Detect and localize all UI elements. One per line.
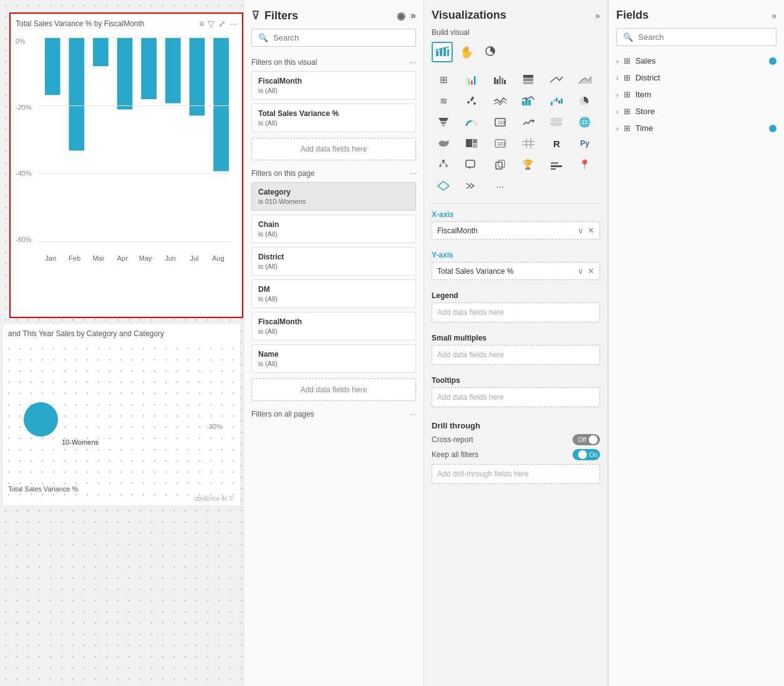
drillthrough-empty-field[interactable]: Add drill-through fields here bbox=[432, 464, 600, 484]
filters-on-page-label: Filters on this page ··· bbox=[244, 164, 423, 180]
viz-icon-grid: ⊞ 📊 ≋ bbox=[424, 67, 607, 201]
page-more-icon[interactable]: ··· bbox=[410, 169, 416, 178]
viz-cell-waterfall[interactable] bbox=[544, 91, 568, 111]
keep-all-filters-toggle[interactable]: On bbox=[573, 449, 600, 460]
copyright-label: obviEnce llc © bbox=[194, 495, 234, 502]
viz-cell-r-visual[interactable]: R bbox=[544, 133, 568, 153]
build-visual-label: Build visual bbox=[424, 26, 607, 42]
viz-cell-gauge[interactable] bbox=[460, 112, 483, 132]
x-label-may: May· bbox=[137, 254, 157, 262]
chart-header: Total Sales Variance % by FiscalMonth ≡ … bbox=[16, 19, 237, 29]
cross-report-toggle[interactable]: Off bbox=[573, 434, 600, 445]
viz-cell-more[interactable]: ··· bbox=[488, 176, 512, 196]
viz-cell-scatter[interactable] bbox=[460, 91, 483, 111]
viz-cell-shape-map[interactable] bbox=[432, 133, 455, 153]
svg-rect-52 bbox=[498, 160, 505, 167]
x-axis-chevron-down-icon[interactable]: ∨ bbox=[578, 226, 584, 235]
field-group-time[interactable]: › ⊞ Time bbox=[609, 120, 784, 137]
grid-line-33 bbox=[38, 105, 231, 106]
filter-item-name[interactable]: Name is (All) bbox=[251, 344, 416, 373]
table-icon-store: ⊞ bbox=[624, 107, 631, 116]
legend-empty-field[interactable]: Add data fields here bbox=[432, 302, 600, 322]
viz-type-hand[interactable]: ✋ bbox=[457, 42, 477, 62]
viz-cell-trophy[interactable]: 🏆 bbox=[516, 155, 540, 175]
eye-icon[interactable]: ◉ bbox=[397, 10, 405, 22]
tooltips-empty-field[interactable]: Add data fields here bbox=[432, 387, 600, 407]
filter-item-dm[interactable]: DM is (All) bbox=[251, 279, 416, 308]
bubble-chart-visual: and This Year Sales by Category and Cate… bbox=[3, 324, 240, 505]
y-axis-remove-icon[interactable]: ✕ bbox=[588, 266, 594, 276]
viz-cell-stacked[interactable] bbox=[516, 70, 540, 90]
filter-item-category[interactable]: Category is 010-Womens bbox=[251, 182, 416, 211]
table-icon-time: ⊞ bbox=[624, 123, 631, 133]
viz-cell-decomp[interactable] bbox=[432, 155, 455, 175]
y-axis-chevron-down-icon[interactable]: ∨ bbox=[578, 266, 584, 276]
viz-cell-python[interactable]: Py bbox=[573, 133, 597, 153]
more-options-icon[interactable]: ··· bbox=[410, 58, 416, 67]
viz-cell-line[interactable] bbox=[544, 70, 568, 90]
viz-cell-slicer[interactable] bbox=[544, 112, 568, 132]
viz-cell-qna[interactable] bbox=[460, 155, 483, 175]
viz-cell-pie[interactable] bbox=[573, 91, 597, 111]
viz-cell-clustered[interactable] bbox=[488, 70, 512, 90]
y-label-40: -40% bbox=[16, 170, 36, 177]
chevron-right-icon-item: › bbox=[616, 91, 619, 99]
svg-marker-28 bbox=[440, 122, 447, 124]
small-multiples-empty-field[interactable]: Add data fields here bbox=[432, 345, 600, 365]
y-axis-field[interactable]: Total Sales Variance % ∨ ✕ bbox=[432, 262, 600, 280]
y-label-0: 0% bbox=[16, 37, 36, 45]
fields-search-input[interactable] bbox=[638, 32, 770, 42]
viz-cell-card[interactable]: 123 bbox=[488, 112, 512, 132]
add-fields-visual-btn[interactable]: Add data fields here bbox=[251, 138, 416, 160]
viz-cell-copy[interactable] bbox=[488, 155, 512, 175]
viz-cell-map-pin[interactable]: 📍 bbox=[573, 155, 597, 175]
fields-search-icon: 🔍 bbox=[623, 32, 633, 42]
viz-cell-treemap[interactable] bbox=[460, 133, 483, 153]
filter-item-fiscalmonth2[interactable]: FiscalMonth is (All) bbox=[251, 312, 416, 341]
x-axis-remove-icon[interactable]: ✕ bbox=[588, 226, 594, 235]
svg-rect-0 bbox=[436, 51, 438, 56]
viz-cell-number[interactable]: 123 bbox=[488, 133, 512, 153]
fields-panel: Fields » 🔍 › ⊞ Sales › ⊞ District › ⊞ It… bbox=[608, 0, 784, 686]
y-axis-value: -30% bbox=[206, 423, 223, 430]
filter-item-district[interactable]: District is (All) bbox=[251, 247, 416, 276]
expand-panel-icon[interactable]: » bbox=[410, 10, 416, 22]
svg-point-44 bbox=[442, 160, 445, 162]
fields-search-box[interactable]: 🔍 bbox=[616, 28, 777, 46]
viz-cell-map[interactable]: 🌐 bbox=[573, 112, 597, 132]
viz-cell-table[interactable]: ⊞ bbox=[432, 70, 455, 90]
viz-cell-ribbon[interactable]: ≋ bbox=[432, 91, 455, 111]
all-more-icon[interactable]: ··· bbox=[410, 410, 416, 418]
keep-all-filters-toggle-dot bbox=[578, 450, 587, 459]
viz-cell-diamond[interactable] bbox=[432, 176, 455, 196]
viz-cell-combo[interactable] bbox=[516, 91, 540, 111]
field-group-store[interactable]: › ⊞ Store bbox=[609, 103, 784, 120]
add-fields-page-btn[interactable]: Add data fields here bbox=[251, 379, 416, 401]
viz-cell-kpi[interactable] bbox=[516, 112, 540, 132]
viz-cell-line2[interactable] bbox=[488, 91, 512, 111]
filters-search-box[interactable]: 🔍 bbox=[251, 29, 416, 47]
viz-expand-icon[interactable]: » bbox=[595, 11, 600, 21]
viz-type-chart2[interactable] bbox=[480, 42, 500, 62]
viz-type-selected-barline[interactable] bbox=[432, 42, 453, 62]
x-axis-label: X-axis bbox=[432, 210, 600, 219]
bar-chart-visual[interactable]: Total Sales Variance % by FiscalMonth ≡ … bbox=[9, 12, 243, 318]
fields-title: Fields bbox=[616, 9, 649, 22]
viz-cell-bar[interactable]: 📊 bbox=[460, 70, 483, 90]
viz-cell-bar2[interactable] bbox=[544, 155, 568, 175]
field-group-district[interactable]: › ⊞ District bbox=[609, 69, 784, 86]
viz-barline-icon bbox=[435, 46, 449, 57]
field-group-sales[interactable]: › ⊞ Sales bbox=[609, 52, 784, 69]
field-group-label-district: District bbox=[636, 73, 661, 82]
filters-search-input[interactable] bbox=[273, 33, 409, 42]
filter-item-totalsales[interactable]: Total Sales Variance % is (All) bbox=[251, 104, 416, 132]
viz-cell-area[interactable] bbox=[573, 70, 597, 90]
field-group-item[interactable]: › ⊞ Item bbox=[609, 86, 784, 103]
x-axis-field[interactable]: FiscalMonth ∨ ✕ bbox=[432, 221, 600, 239]
viz-cell-funnel[interactable] bbox=[432, 112, 455, 132]
filter-item-chain[interactable]: Chain is (All) bbox=[251, 215, 416, 243]
fields-expand-icon[interactable]: » bbox=[772, 11, 777, 21]
filter-item-fiscalmonth[interactable]: FiscalMonth is (All) bbox=[251, 71, 416, 100]
viz-cell-chevrons[interactable] bbox=[460, 176, 483, 196]
viz-cell-matrix[interactable] bbox=[516, 133, 540, 153]
